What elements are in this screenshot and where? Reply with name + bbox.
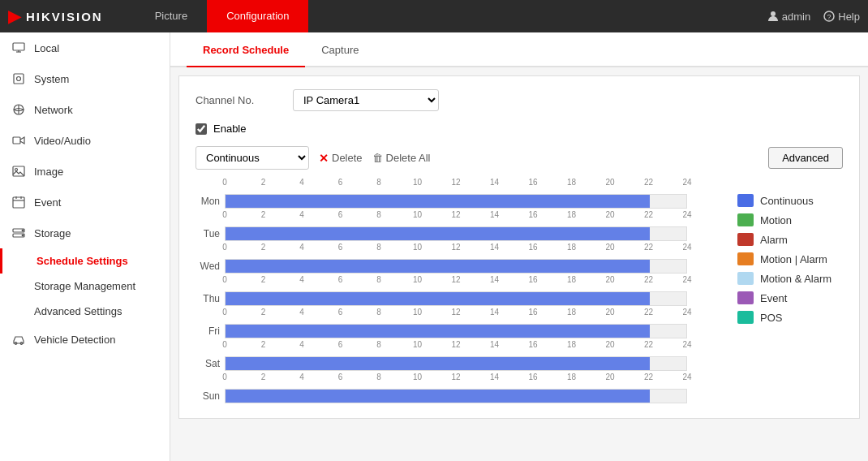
sidebar-item-event[interactable]: Event xyxy=(0,187,170,218)
logo-text: HIKVISION xyxy=(26,10,103,24)
help-link[interactable]: ? Help xyxy=(823,11,860,23)
advanced-button[interactable]: Advanced xyxy=(768,147,843,169)
legend-color-motion-alarm xyxy=(737,252,754,265)
time-ruler-fri: 0 2 4 6 8 10 12 14 16 18 20 22 2 xyxy=(225,308,687,322)
bar-container-fri[interactable] xyxy=(225,324,687,338)
day-label-fri: Fri xyxy=(196,325,225,337)
svg-point-20 xyxy=(22,235,24,236)
schedule-bar-thu xyxy=(226,292,650,305)
sidebar-subitem-advanced-settings[interactable]: Advanced Settings xyxy=(0,299,170,324)
time-ruler-sun: 0 2 4 6 8 10 12 14 16 18 20 22 2 xyxy=(225,373,687,387)
legend-motion-and-alarm: Motion & Alarm xyxy=(737,272,843,285)
bar-container-thu[interactable] xyxy=(225,291,687,306)
legend-label-motion-alarm: Motion | Alarm xyxy=(760,253,827,265)
svg-point-12 xyxy=(15,169,18,171)
sidebar-label-local: Local xyxy=(34,42,59,54)
legend-label-alarm: Alarm xyxy=(760,234,788,246)
trash-icon: 🗑 xyxy=(372,152,383,164)
enable-label: Enable xyxy=(213,123,246,135)
legend-motion: Motion xyxy=(737,213,843,226)
legend-color-continuous xyxy=(737,194,754,207)
sidebar-item-system[interactable]: System xyxy=(0,63,170,94)
ruler-row-sun: 0 2 4 6 8 10 12 14 16 18 20 22 2 xyxy=(196,373,721,387)
sidebar-subitem-schedule-settings[interactable]: Schedule Settings xyxy=(0,248,170,274)
sidebar-label-vehicle-detection: Vehicle Detection xyxy=(34,334,115,346)
x-icon: ✕ xyxy=(319,152,329,165)
ruler-row-wed: 0 2 4 6 8 10 12 14 16 18 20 22 2 xyxy=(196,243,721,257)
tick-4: 4 xyxy=(299,178,304,187)
legend-color-event xyxy=(737,291,754,304)
legend-color-motion-and-alarm xyxy=(737,272,754,285)
sidebar-item-image[interactable]: Image xyxy=(0,156,170,187)
delete-all-button[interactable]: 🗑 Delete All xyxy=(372,152,431,164)
sidebar-subitem-storage-management[interactable]: Storage Management xyxy=(0,274,170,299)
enable-checkbox[interactable] xyxy=(196,123,207,135)
system-icon xyxy=(11,71,26,86)
ruler-row-sat: 0 2 4 6 8 10 12 14 16 18 20 22 2 xyxy=(196,340,721,355)
svg-rect-13 xyxy=(13,197,24,208)
ruler-row-fri: 0 2 4 6 8 10 12 14 16 18 20 22 2 xyxy=(196,308,721,322)
tick-24: 24 xyxy=(682,178,691,187)
nav-picture[interactable]: Picture xyxy=(135,0,207,32)
channel-select[interactable]: IP Camera1 xyxy=(293,89,439,111)
day-label-wed: Wed xyxy=(196,261,225,272)
legend-label-motion: Motion xyxy=(760,214,792,226)
video-icon xyxy=(11,133,26,148)
sidebar-item-network[interactable]: Network xyxy=(0,94,170,125)
bar-container-tue[interactable] xyxy=(225,226,687,241)
bar-container-wed[interactable] xyxy=(225,259,687,274)
legend-continuous: Continuous xyxy=(737,194,843,207)
page-tabs: Record Schedule Capture xyxy=(170,32,868,67)
bar-container-mon[interactable] xyxy=(225,194,687,209)
sidebar-item-storage[interactable]: Storage xyxy=(0,218,170,248)
sidebar-label-video-audio: Video/Audio xyxy=(34,135,91,147)
legend-pos: POS xyxy=(737,311,843,324)
topbar-right: admin ? Help xyxy=(767,11,860,23)
tick-10: 10 xyxy=(413,178,422,187)
tick-2: 2 xyxy=(261,178,266,187)
svg-point-19 xyxy=(22,230,24,231)
time-ruler-mon: 0 2 4 6 8 10 12 14 16 18 20 22 2 xyxy=(225,178,687,192)
storage-icon xyxy=(11,226,26,240)
sidebar-item-vehicle-detection[interactable]: Vehicle Detection xyxy=(0,324,170,355)
legend-label-continuous: Continuous xyxy=(760,195,814,207)
time-ruler-tue: 0 2 4 6 8 10 12 14 16 18 20 22 2 xyxy=(225,210,687,225)
nav-configuration[interactable]: Configuration xyxy=(207,0,308,32)
schedule-row-thu: Thu xyxy=(196,291,721,306)
legend: Continuous Motion Alarm Motion | Alarm xyxy=(737,178,843,405)
type-select[interactable]: Continuous Motion Alarm Motion | Alarm M… xyxy=(196,146,309,170)
legend-alarm: Alarm xyxy=(737,233,843,246)
sidebar-label-image: Image xyxy=(34,166,63,178)
svg-rect-3 xyxy=(13,43,24,50)
legend-label-event: Event xyxy=(760,292,787,304)
tab-capture[interactable]: Capture xyxy=(305,32,375,67)
schedule-bar-wed xyxy=(226,260,650,273)
schedule-row-fri: Fri xyxy=(196,324,721,338)
sidebar-item-local[interactable]: Local xyxy=(0,32,170,63)
bar-container-sat[interactable] xyxy=(225,356,687,371)
delete-button[interactable]: ✕ Delete xyxy=(319,152,363,165)
sidebar-label-network: Network xyxy=(34,104,73,116)
network-icon xyxy=(11,102,26,117)
time-ruler-sat: 0 2 4 6 8 10 12 14 16 18 20 22 2 xyxy=(225,340,687,355)
legend-event: Event xyxy=(737,291,843,304)
schedule-row-sun: Sun xyxy=(196,389,721,403)
event-icon xyxy=(11,195,26,209)
channel-row: Channel No. IP Camera1 xyxy=(196,89,843,111)
schedule-bar-mon xyxy=(226,195,650,208)
logo-icon: ▶ xyxy=(8,6,21,26)
schedule-grid: 0 2 4 6 8 10 12 14 16 18 20 22 2 xyxy=(196,178,721,405)
schedule-bar-sat xyxy=(226,357,650,370)
sidebar-item-video-audio[interactable]: Video/Audio xyxy=(0,125,170,156)
svg-text:?: ? xyxy=(827,13,831,21)
schedule-row-tue: Tue xyxy=(196,226,721,241)
bar-container-sun[interactable] xyxy=(225,389,687,403)
tab-record-schedule[interactable]: Record Schedule xyxy=(187,32,305,67)
day-label-sat: Sat xyxy=(196,358,225,369)
time-ruler-wed: 0 2 4 6 8 10 12 14 16 18 20 22 2 xyxy=(225,243,687,257)
legend-color-alarm xyxy=(737,233,754,246)
ruler-row-thu: 0 2 4 6 8 10 12 14 16 18 20 22 2 xyxy=(196,275,721,290)
legend-color-motion xyxy=(737,213,754,226)
tick-12: 12 xyxy=(451,178,460,187)
sidebar-label-event: Event xyxy=(34,196,61,209)
